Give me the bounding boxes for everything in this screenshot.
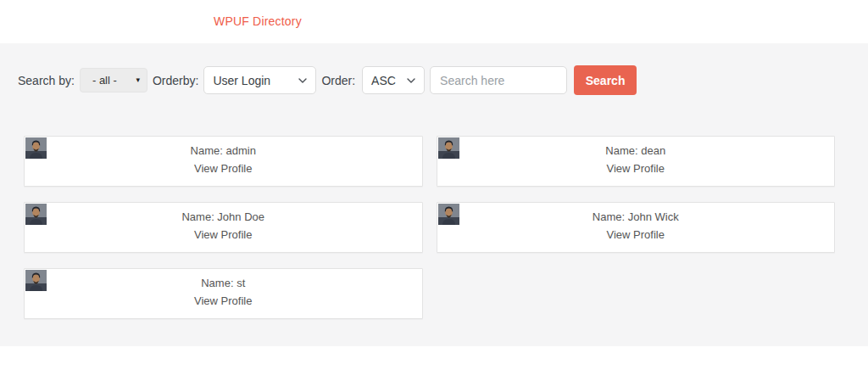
user-photo-avatar (438, 204, 459, 225)
chevron-down-icon (298, 78, 307, 83)
user-card: Name: st View Profile (24, 268, 423, 319)
view-profile-link[interactable]: View Profile (194, 226, 252, 244)
search-button[interactable]: Search (574, 65, 637, 95)
directory-section: Search by: - all - ▾ Orderby: User Login… (0, 43, 868, 346)
user-card: Name: John Doe View Profile (24, 202, 423, 253)
orderby-select[interactable]: User Login (203, 66, 316, 94)
user-name: Name: John Doe (25, 208, 422, 226)
user-card-body: Name: John Wick View Profile (437, 203, 835, 244)
caret-down-icon: ▾ (136, 76, 140, 84)
order-select[interactable]: ASC (362, 66, 425, 94)
view-profile-link[interactable]: View Profile (607, 226, 665, 244)
user-card-body: Name: st View Profile (25, 269, 422, 310)
page-footer (0, 346, 868, 381)
user-card-body: Name: dean View Profile (437, 137, 835, 177)
user-card-body: Name: admin View Profile (25, 137, 422, 177)
directory-search-form: Search by: - all - ▾ Orderby: User Login… (0, 43, 868, 95)
avatar (25, 137, 47, 159)
search-by-selected-value: - all - (92, 74, 117, 87)
user-name: Name: admin (25, 142, 422, 160)
search-input[interactable] (430, 66, 567, 94)
user-name: Name: st (25, 274, 422, 292)
orderby-label: Orderby: (153, 74, 198, 87)
user-card: Name: John Wick View Profile (437, 202, 836, 253)
user-photo-avatar (25, 270, 47, 291)
user-photo-avatar (25, 204, 47, 225)
user-card-body: Name: John Doe View Profile (25, 203, 422, 244)
view-profile-link[interactable]: View Profile (607, 160, 665, 177)
user-name: Name: dean (437, 142, 835, 160)
avatar (438, 137, 459, 159)
user-card: Name: admin View Profile (24, 136, 423, 187)
user-name: Name: John Wick (437, 208, 835, 226)
view-profile-link[interactable]: View Profile (194, 292, 252, 310)
page-title: WPUF Directory (0, 0, 868, 28)
user-photo-avatar (438, 137, 459, 159)
search-by-select[interactable]: - all - ▾ (80, 68, 147, 92)
order-selected-value: ASC (371, 74, 396, 87)
chevron-down-icon (407, 78, 415, 83)
user-card: Name: dean View Profile (437, 136, 836, 187)
user-grid: Name: admin View Profile (24, 136, 835, 319)
orderby-selected-value: User Login (213, 74, 270, 87)
order-label: Order: (321, 74, 355, 87)
search-by-label: Search by: (18, 74, 75, 87)
user-photo-avatar (25, 137, 47, 159)
view-profile-link[interactable]: View Profile (194, 160, 252, 177)
avatar (438, 204, 459, 225)
site-header: WPUF Directory (0, 0, 868, 43)
avatar (25, 270, 47, 291)
avatar (25, 204, 47, 225)
